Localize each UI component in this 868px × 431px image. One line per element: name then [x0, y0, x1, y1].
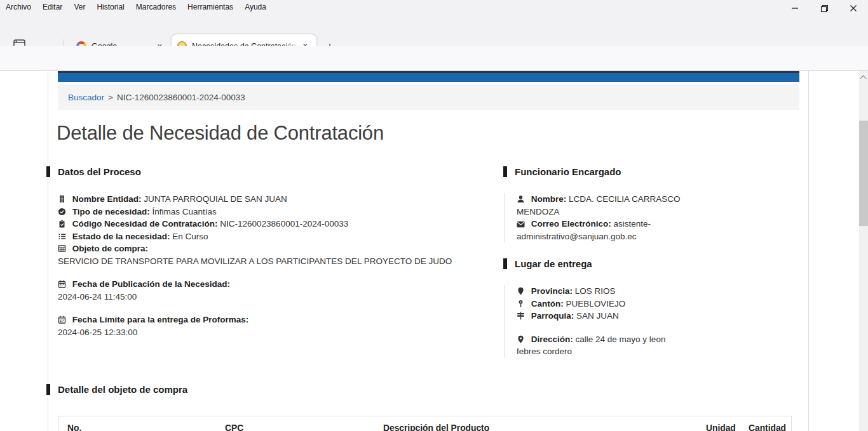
- menu-editar[interactable]: Editar: [37, 1, 68, 13]
- map-marker-outline-icon: [517, 335, 525, 343]
- column-header-descripcion: Descripción del Producto: [383, 423, 489, 431]
- tab-strip: Google ✕ Necesidades de Contratación y ✕…: [0, 14, 868, 46]
- field-provincia: Provincia: LOS RIOS: [517, 285, 689, 298]
- field-codigo-necesidad: Código Necesidad de Contratación: NIC-12…: [58, 218, 466, 230]
- check-circle-icon: [58, 208, 66, 216]
- map-marker-icon: [517, 287, 525, 295]
- field-label: Estado de la necesidad:: [72, 232, 170, 241]
- field-label: Provincia:: [531, 286, 573, 296]
- field-label: Fecha Límite para la entrega de Proforma…: [72, 315, 249, 324]
- menu-historial[interactable]: Historial: [91, 1, 130, 13]
- field-value: En Curso: [172, 232, 208, 241]
- objeto-compra-text: SERVICIO DE TRANSPORTE PARA MOVILIZAR A …: [58, 255, 466, 268]
- web-content: Buscador > NIC-1260023860001-2024-00033 …: [0, 71, 868, 431]
- section-heading: Detalle del objeto de compra: [46, 383, 793, 395]
- menu-ayuda[interactable]: Ayuda: [239, 1, 272, 13]
- field-fecha-limite: Fecha Límite para la entrega de Proforma…: [58, 314, 466, 326]
- menu-marcadores[interactable]: Marcadores: [130, 1, 182, 13]
- column-header-unidad: Unidad: [706, 423, 736, 431]
- field-label: Cantón:: [531, 299, 564, 308]
- menu-archivo[interactable]: Archivo: [0, 1, 37, 13]
- fecha-limite-value: 2024-06-25 12:33:00: [58, 326, 466, 339]
- productos-table: No. CPC Descripción del Producto Unidad …: [58, 416, 792, 431]
- field-label: Fecha de Publicación de la Necesidad:: [72, 279, 230, 289]
- field-correo-electronico: Correo Electrónico: asistente-administra…: [517, 218, 689, 242]
- signpost-icon: [517, 312, 525, 320]
- minimize-icon: [791, 4, 799, 12]
- section-heading: Datos del Proceso: [46, 166, 466, 178]
- field-estado-necesidad: Estado de la necesidad: En Curso: [58, 230, 466, 243]
- vertical-scrollbar[interactable]: [859, 71, 868, 431]
- field-value: JUNTA PARROQUIAL DE SAN JUAN: [144, 194, 287, 204]
- field-label: Correo Electrónico:: [531, 219, 611, 229]
- field-canton: Cantón: PUEBLOVIEJO: [517, 298, 689, 310]
- field-label: Nombre Entidad:: [72, 194, 142, 204]
- field-label: Objeto de compra:: [72, 244, 148, 253]
- section-bar: [503, 166, 507, 177]
- section-heading: Funcionario Encargado: [503, 166, 689, 178]
- calendar-icon: [58, 280, 66, 288]
- section-funcionario-encargado: Funcionario Encargado Nombre: LCDA. CECI…: [503, 166, 689, 242]
- field-parroquia: Parroquia: SAN JUAN: [517, 310, 689, 322]
- building-icon: [58, 195, 66, 203]
- page-title: Detalle de Necesidad de Contratación: [57, 122, 384, 145]
- column-header-cantidad: Cantidad: [749, 423, 786, 431]
- field-direccion: Dirección: calle 24 de mayo y leon febre…: [517, 333, 689, 358]
- field-nombre-funcionario: Nombre: LCDA. CECILIA CARRASCO MENDOZA: [517, 193, 689, 218]
- table-icon: [58, 244, 66, 253]
- field-objeto-compra: Objeto de compra:: [58, 242, 466, 255]
- column-header-cpc: CPC: [225, 423, 243, 431]
- column-header-no: No.: [67, 423, 81, 431]
- fecha-publicacion-value: 2024-06-24 11:45:00: [58, 291, 466, 303]
- field-label: Dirección:: [531, 335, 573, 344]
- menu-bar: Archivo Editar Ver Historial Marcadores …: [0, 0, 868, 14]
- field-value: LOS RIOS: [575, 286, 616, 296]
- field-label: Nombre:: [531, 194, 567, 204]
- section-heading: Lugar de entrega: [503, 258, 689, 270]
- user-icon: [517, 195, 525, 203]
- section-heading-text: Detalle del objeto de compra: [58, 384, 187, 395]
- restore-icon: [820, 4, 829, 13]
- section-body: Provincia: LOS RIOS Cantón: PUEBLOVIEJO …: [505, 285, 689, 358]
- clipboard-check-icon: [58, 220, 66, 228]
- field-label: Código Necesidad de Contratación:: [72, 219, 218, 229]
- section-bar: [46, 166, 50, 177]
- breadcrumb-separator: >: [108, 93, 113, 102]
- field-value: NIC-1260023860001-2024-00033: [220, 219, 348, 229]
- field-value: PUEBLOVIEJO: [566, 299, 626, 308]
- site-blue-bar: [58, 73, 799, 82]
- section-body: Nombre: LCDA. CECILIA CARRASCO MENDOZA C…: [505, 193, 689, 242]
- close-icon: [850, 4, 857, 12]
- field-value: Ínfimas Cuantías: [153, 207, 217, 216]
- breadcrumb: Buscador > NIC-1260023860001-2024-00033: [58, 84, 799, 110]
- envelope-icon: [517, 221, 525, 228]
- navigation-toolbar: https://www.compraspublicas.gob.ec/Proce…: [0, 46, 868, 71]
- menu-herramientas[interactable]: Herramientas: [182, 1, 239, 13]
- section-bar: [46, 384, 50, 395]
- list-icon: [58, 232, 66, 241]
- field-tipo-necesidad: Tipo de necesidad: Ínfimas Cuantías: [58, 206, 466, 218]
- section-bar: [503, 258, 507, 269]
- section-heading-text: Funcionario Encargado: [515, 166, 621, 177]
- map-pin-icon: [517, 300, 525, 308]
- section-lugar-de-entrega: Lugar de entrega Provincia: LOS RIOS Can…: [503, 258, 689, 358]
- calendar-icon: [58, 315, 66, 324]
- field-nombre-entidad: Nombre Entidad: JUNTA PARROQUIAL DE SAN …: [58, 193, 466, 206]
- field-fecha-publicacion: Fecha de Publicación de la Necesidad:: [58, 278, 466, 291]
- section-datos-del-proceso: Datos del Proceso Nombre Entidad: JUNTA …: [46, 166, 466, 338]
- scrollbar-up-arrow-icon[interactable]: [860, 76, 867, 82]
- scrollbar-thumb[interactable]: [859, 121, 868, 226]
- content-right-border: [808, 71, 809, 431]
- field-label: Tipo de necesidad:: [72, 207, 150, 216]
- breadcrumb-buscador-link[interactable]: Buscador: [68, 93, 104, 102]
- field-label: Parroquia:: [531, 311, 574, 321]
- section-heading-text: Datos del Proceso: [58, 166, 141, 177]
- menu-ver[interactable]: Ver: [68, 1, 91, 13]
- section-detalle-objeto-compra: Detalle del objeto de compra No. CPC Des…: [46, 383, 793, 431]
- breadcrumb-current: NIC-1260023860001-2024-00033: [117, 93, 245, 102]
- section-body: Nombre Entidad: JUNTA PARROQUIAL DE SAN …: [46, 193, 466, 338]
- field-value: SAN JUAN: [576, 311, 619, 321]
- section-heading-text: Lugar de entrega: [515, 258, 592, 269]
